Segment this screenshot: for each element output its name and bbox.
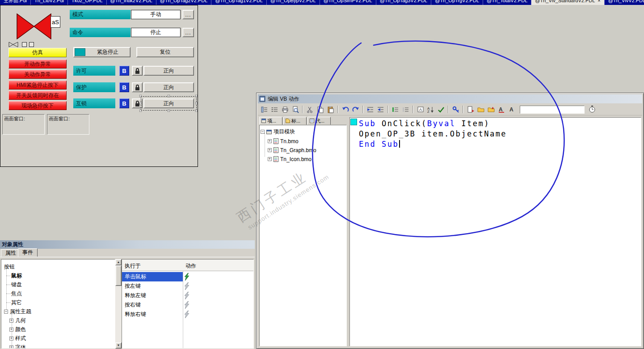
tree-item-font[interactable]: +字体 <box>9 344 26 349</box>
tab-project-modules[interactable]: 项... <box>259 117 282 125</box>
estop-button[interactable]: 紧急停止 <box>73 47 130 57</box>
indent-icon[interactable] <box>366 105 375 114</box>
event-action-cell[interactable] <box>184 292 197 299</box>
cut-icon[interactable] <box>305 105 315 114</box>
tree-item-tn-icon-bmo[interactable]: + Tn_Icon.bmo <box>268 155 311 163</box>
close-icon[interactable]: × <box>598 0 600 3</box>
tab-document-4[interactable]: @Tn_OpTag2V2.PDL <box>156 0 212 5</box>
alarm-field-estop-button[interactable]: 现场急停按下 <box>8 101 67 110</box>
expand-icon[interactable]: + <box>9 319 13 323</box>
tab-document-1[interactable]: Tn_LibV2.Pdl <box>31 0 68 5</box>
key-icon[interactable] <box>451 105 460 114</box>
event-action-cell[interactable] <box>184 311 197 318</box>
uncomment-icon[interactable] <box>401 105 410 114</box>
event-action-cell[interactable] <box>184 273 197 281</box>
interlock-badge-button[interactable]: B <box>119 98 129 108</box>
tree-item-other[interactable]: 其它 <box>11 299 22 306</box>
folder-add-icon[interactable]: + <box>486 105 496 114</box>
protect-badge-button[interactable]: B <box>119 82 129 92</box>
expand-icon[interactable]: + <box>9 328 13 332</box>
event-action-cell[interactable] <box>184 301 197 309</box>
expand-icon[interactable]: + <box>268 157 272 161</box>
alarm-feedback-conflict-button[interactable]: 开关反馈同时存在 <box>8 91 67 100</box>
scroll-up-button[interactable]: ▲ <box>115 259 122 265</box>
expand-icon[interactable]: + <box>9 345 13 349</box>
tab-document-8[interactable]: @Tn_OpTag3V2.PDL <box>376 0 432 5</box>
event-row-click[interactable]: 单击鼠标 <box>122 272 253 281</box>
vb-code-editor[interactable]: Sub OnClick(Byval Item) Open_OP_3B item.… <box>349 117 641 346</box>
outdent-icon[interactable] <box>376 105 385 114</box>
selection-handle[interactable] <box>139 95 142 97</box>
paste-icon[interactable] <box>326 105 335 114</box>
export-icon[interactable] <box>466 105 475 114</box>
tab-document-3[interactable]: @Tn_Intlk2V2.PDL <box>107 0 156 5</box>
event-action-cell[interactable] <box>184 282 197 290</box>
tree-item-styles[interactable]: +样式 <box>9 335 26 342</box>
redo-icon[interactable] <box>351 105 360 114</box>
tab-document-12[interactable]: @Tn_VlvV2.PDL <box>605 0 644 5</box>
tree-item-mouse[interactable]: 鼠标 <box>11 272 22 279</box>
expand-icon[interactable]: + <box>268 148 272 152</box>
protect-direction-button[interactable]: 正向 <box>143 82 194 92</box>
simulate-button[interactable]: 仿真 <box>8 48 67 57</box>
tab-document-5[interactable]: @Tn_OpTag1V2.PDL <box>211 0 267 5</box>
undo-icon[interactable] <box>341 105 350 114</box>
alarm-open-fault-button[interactable]: 开动作异常 <box>8 60 67 68</box>
tree-item-keyboard[interactable]: 键盘 <box>11 281 22 288</box>
tree-item-geometry[interactable]: +几何 <box>9 317 26 324</box>
lock-icon[interactable] <box>132 82 143 92</box>
command-value-box[interactable]: 停止 <box>131 28 181 37</box>
selection-handle[interactable] <box>168 110 170 112</box>
tree-item-project-modules[interactable]: − 项目模块 <box>261 128 295 136</box>
mode-value-box[interactable]: 手动 <box>131 10 181 19</box>
tab-document-7[interactable]: @Tn_OpSimPV2.PDL <box>320 0 376 5</box>
tab-document-9[interactable]: @Tn_OpTrgV2.PDL <box>431 0 483 5</box>
mode-browse-button[interactable]: ... <box>182 10 194 19</box>
toolbar-combobox[interactable] <box>520 106 585 114</box>
print-preview-icon[interactable] <box>290 105 300 114</box>
sort-icon[interactable]: AZ <box>426 105 435 114</box>
tree-item-tn-graph-bmo[interactable]: + Tn_Graph.bmo <box>268 146 316 154</box>
permit-direction-button[interactable]: 正向 <box>143 66 194 76</box>
tab-document-6[interactable]: @Tn_OpBypV2.PDL <box>267 0 320 5</box>
tab-document-active[interactable]: @Tn_Vlv_StandardV2.PDL× <box>531 0 605 5</box>
event-row-press-left[interactable]: 按左键 <box>122 281 253 291</box>
tab-events[interactable]: 事件 <box>18 248 38 257</box>
selection-handle[interactable] <box>195 110 198 112</box>
tree-item-tn-bmo[interactable]: + Tn.bmo <box>268 137 299 145</box>
timer-icon[interactable] <box>587 105 597 114</box>
collapse-icon[interactable]: − <box>261 130 265 134</box>
folder-icon[interactable] <box>476 105 485 114</box>
expand-icon[interactable]: + <box>268 139 272 143</box>
tab-document-10[interactable]: @Tn_TotalV2.PDL <box>483 0 531 5</box>
selection-handle[interactable] <box>168 95 170 97</box>
object-book-icon[interactable]: A <box>416 105 425 114</box>
tree-item-property-topics[interactable]: −属性主题 <box>4 308 31 315</box>
comment-icon[interactable] <box>391 105 400 114</box>
tab-tags[interactable]: 标... <box>283 117 307 125</box>
selection-handle[interactable] <box>139 102 142 104</box>
tree-item-focus[interactable]: 焦点 <box>11 290 22 297</box>
tab-document-0[interactable]: 主界面.Pdl <box>0 0 31 5</box>
event-row-release-right[interactable]: 释放右键 <box>122 310 253 319</box>
event-row-press-right[interactable]: 按右键 <box>122 300 253 310</box>
expand-icon[interactable]: + <box>9 336 13 340</box>
tab-document-2[interactable]: Tk02_OP.PDL <box>68 0 107 5</box>
selection-handle[interactable] <box>195 95 198 97</box>
dialog-title-bar[interactable]: 编辑 VB 动作 <box>258 94 642 103</box>
list-icon[interactable] <box>270 105 279 114</box>
command-browse-button[interactable]: ... <box>182 28 194 37</box>
event-row-release-left[interactable]: 释放左键 <box>122 291 253 300</box>
selection-handle[interactable] <box>139 110 142 112</box>
font-icon[interactable]: A <box>507 105 516 114</box>
scroll-down-button[interactable]: ▼ <box>115 342 122 349</box>
tab-code-templates[interactable]: 代... <box>307 117 331 125</box>
selection-handle[interactable] <box>195 102 198 104</box>
reset-button[interactable]: 复位 <box>136 47 194 57</box>
tree-item-colors[interactable]: +颜色 <box>9 326 26 333</box>
selection-marquee[interactable] <box>141 96 197 111</box>
alarm-close-fault-button[interactable]: 关动作异常 <box>8 70 67 79</box>
tree-scrollbar[interactable]: ▲ ▼ <box>115 259 122 349</box>
permit-badge-button[interactable]: B <box>119 66 129 76</box>
document-map-icon[interactable] <box>260 105 269 114</box>
